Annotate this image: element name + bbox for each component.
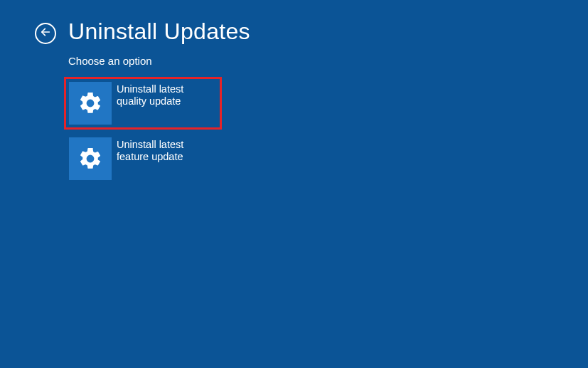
gear-icon [69,82,112,125]
option-label: Uninstall latest quality update [117,83,213,107]
option-label: Uninstall latest feature update [117,139,213,162]
page-subtitle: Choose an option [68,55,152,67]
arrow-left-icon [40,26,51,41]
back-button[interactable] [35,23,56,44]
option-uninstall-quality-update[interactable]: Uninstall latest quality update [64,77,222,130]
gear-icon [69,137,112,180]
page-title: Uninstall Updates [68,19,250,45]
options-list: Uninstall latest quality update Uninstal… [64,77,222,185]
option-uninstall-feature-update[interactable]: Uninstall latest feature update [64,132,222,185]
